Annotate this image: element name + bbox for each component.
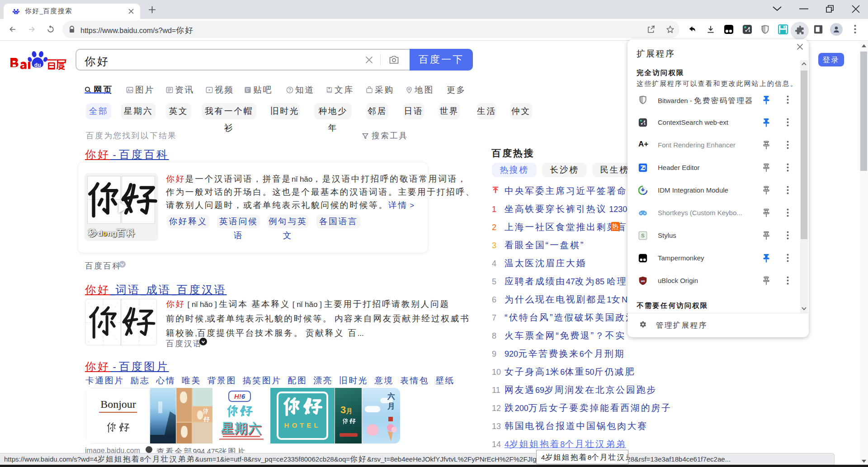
svg-text:uo: uo <box>641 279 645 283</box>
svg-text:du: du <box>34 62 41 68</box>
svg-text:S: S <box>641 232 645 238</box>
svg-text:du: du <box>15 12 18 14</box>
